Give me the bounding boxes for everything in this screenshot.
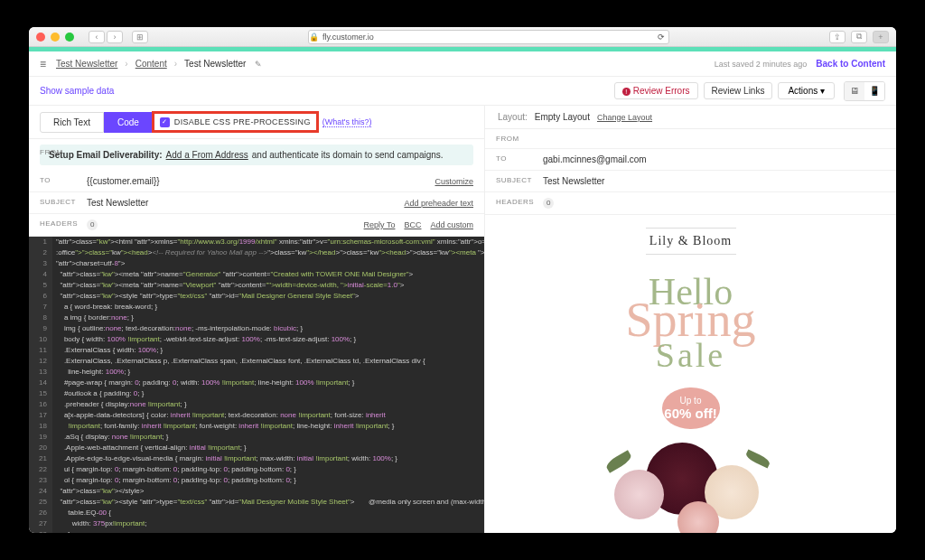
to-row: TO {{customer.email}} Customize [29, 171, 484, 192]
from-label-right: FROM [496, 135, 519, 143]
new-tab-button[interactable]: + [873, 31, 889, 43]
breadcrumb: Test Newsletter › Content › Test Newslet… [56, 59, 262, 69]
deliverability-banner: FROM Setup Email Deliverability: Add a F… [40, 145, 473, 165]
actions-dropdown[interactable]: Actions ▾ [778, 82, 835, 99]
to-label-right: TO [496, 154, 507, 163]
review-links-button[interactable]: Review Links [704, 82, 773, 99]
breadcrumb-bar: ≡ Test Newsletter › Content › Test Newsl… [29, 51, 896, 77]
titlebar: ‹ › ⊞ 🔒 fly.customer.io ⟳ ⇪ ⧉ + [29, 27, 896, 47]
editor-panel: Rich Text Code ✓ DISABLE CSS PRE-PROCESS… [29, 106, 485, 533]
subject-row: SUBJECT Test Newsletter Add preheader te… [29, 192, 484, 214]
to-value: {{customer.email}} [87, 176, 160, 186]
headers-count-right: 0 [543, 198, 554, 209]
add-custom-link[interactable]: Add custom [430, 220, 473, 229]
mobile-view-button[interactable]: 📱 [864, 82, 884, 100]
sidebar-icon[interactable]: ⊞ [132, 31, 148, 43]
preview-spring: Spring [625, 303, 755, 338]
customize-link[interactable]: Customize [434, 177, 473, 186]
browser-window: ‹ › ⊞ 🔒 fly.customer.io ⟳ ⇪ ⧉ + ≡ Test N… [29, 27, 896, 533]
to-row-right: TO gabi.mcinnes@gmail.com [485, 149, 896, 171]
subject-row-right: SUBJECT Test Newsletter [485, 171, 896, 192]
menu-icon[interactable]: ≡ [40, 58, 52, 70]
add-from-link[interactable]: Add a From Address [166, 150, 248, 160]
layout-label: Layout: [498, 112, 528, 122]
edit-title-icon[interactable]: ✎ [255, 60, 262, 69]
preview-brand: Lily & Bloom [646, 228, 736, 255]
subject-value-right: Test Newsletter [543, 176, 604, 186]
device-toggle: 🖥 📱 [844, 81, 885, 101]
code-editor[interactable]: 1"attr">class="kw"><html "attr">xmlns="h… [29, 237, 484, 533]
layout-row: Layout: Empty Layout Change Layout [485, 106, 896, 129]
from-row-right: FROM [485, 129, 896, 149]
forward-button[interactable]: › [107, 31, 123, 43]
crumb-current: Test Newsletter [184, 59, 246, 69]
preview-image [587, 438, 795, 520]
to-label: TO [40, 176, 51, 184]
subject-label: SUBJECT [40, 198, 76, 206]
headers-count-badge: 0 [87, 219, 98, 230]
zoom-icon[interactable] [65, 33, 74, 42]
preview-sale: Sale [656, 335, 725, 375]
layout-value: Empty Layout [535, 112, 590, 122]
crumb-level1[interactable]: Test Newsletter [56, 59, 117, 69]
show-sample-data-link[interactable]: Show sample data [40, 86, 114, 96]
headers-row: HEADERS 0 Reply To BCC Add custom [29, 214, 484, 237]
desktop-view-button[interactable]: 🖥 [845, 82, 864, 100]
headers-label-right: HEADERS [496, 198, 534, 206]
disable-css-checkbox[interactable]: ✓ [160, 117, 170, 127]
url-text: fly.customer.io [322, 33, 374, 42]
saved-status: Last saved 2 minutes ago [715, 60, 808, 69]
back-to-content-link[interactable]: Back to Content [816, 59, 885, 69]
review-errors-button[interactable]: !Review Errors [614, 82, 698, 99]
tab-code[interactable]: Code [104, 112, 153, 133]
subject-label-right: SUBJECT [496, 176, 532, 184]
reply-to-link[interactable]: Reply To [364, 220, 396, 229]
share-icon[interactable]: ⇪ [829, 31, 846, 43]
back-button[interactable]: ‹ [89, 31, 105, 43]
tabs-icon[interactable]: ⧉ [851, 31, 867, 43]
banner-prefix: Setup Email Deliverability: [49, 150, 163, 160]
disable-css-label: DISABLE CSS PRE-PROCESSING [174, 117, 311, 126]
email-preview: Lily & Bloom Hello Spring Sale Up to 60%… [485, 215, 896, 533]
disable-css-highlight: ✓ DISABLE CSS PRE-PROCESSING [152, 111, 319, 133]
banner-suffix: and authenticate its domain to send camp… [252, 150, 444, 160]
to-value-right: gabi.mcinnes@gmail.com [543, 154, 647, 164]
change-layout-link[interactable]: Change Layout [597, 113, 652, 122]
address-bar[interactable]: 🔒 fly.customer.io ⟳ [308, 30, 669, 44]
minimize-icon[interactable] [51, 33, 60, 42]
subject-value: Test Newsletter [87, 198, 148, 208]
action-bar: Show sample data !Review Errors Review L… [29, 77, 896, 106]
badge-big: 60% off! [664, 406, 716, 421]
headers-label: HEADERS [40, 219, 78, 228]
crumb-level2[interactable]: Content [135, 59, 167, 69]
headers-row-right: HEADERS 0 [485, 192, 896, 215]
preview-panel: Layout: Empty Layout Change Layout FROM … [485, 106, 896, 533]
preview-badge: Up to 60% off! [662, 387, 720, 428]
whats-this-link[interactable]: (What's this?) [322, 117, 372, 127]
from-label: FROM [40, 148, 63, 156]
reload-icon[interactable]: ⟳ [658, 33, 665, 42]
tab-rich-text[interactable]: Rich Text [40, 112, 104, 133]
bcc-link[interactable]: BCC [404, 220, 421, 229]
close-icon[interactable] [36, 33, 45, 42]
badge-top: Up to [680, 396, 702, 406]
preheader-link[interactable]: Add preheader text [404, 199, 473, 208]
lock-icon: 🔒 [309, 33, 319, 42]
